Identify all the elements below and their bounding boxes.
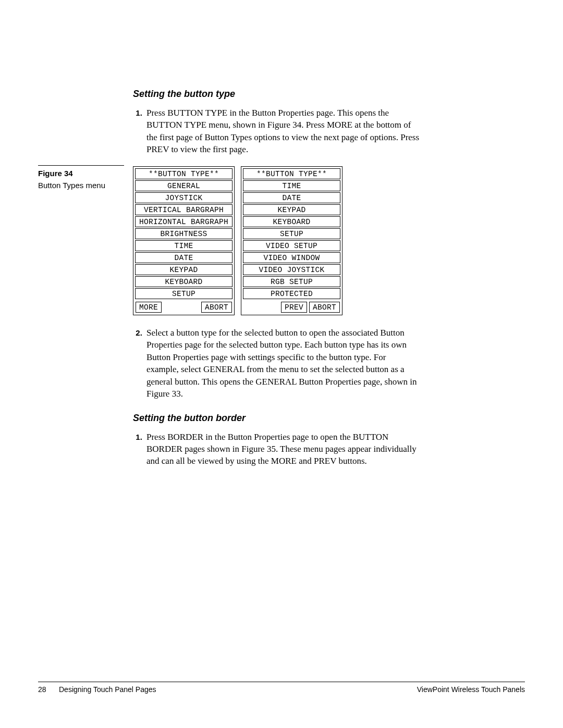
menu-item-keypad[interactable]: KEYPAD — [243, 204, 340, 215]
menu-header: **BUTTON TYPE** — [243, 168, 340, 179]
menu-item-keyboard[interactable]: KEYBOARD — [135, 276, 232, 287]
step-item: Press BORDER in the Button Properties pa… — [144, 431, 420, 467]
footer-section-title: Designing Touch Panel Pages — [59, 685, 417, 694]
figure-caption-block: Figure 34 Button Types menu — [38, 165, 124, 190]
menu-item-keypad[interactable]: KEYPAD — [135, 264, 232, 275]
menu-nav-row: PREV ABORT — [243, 300, 340, 313]
button-type-menu-page1: **BUTTON TYPE** GENERAL JOYSTICK VERTICA… — [133, 166, 235, 315]
steps-list-1: Press BUTTON TYPE in the Button Properti… — [133, 107, 420, 156]
menu-item-date[interactable]: DATE — [135, 252, 232, 263]
menu-item-time[interactable]: TIME — [243, 180, 340, 191]
menu-item-protected[interactable]: PROTECTED — [243, 288, 340, 299]
button-type-menus: **BUTTON TYPE** GENERAL JOYSTICK VERTICA… — [133, 166, 420, 315]
menu-item-brightness[interactable]: BRIGHTNESS — [135, 228, 232, 239]
figure-caption: Button Types menu — [38, 181, 124, 190]
menu-nav-row: MORE ABORT — [135, 300, 232, 313]
menu-item-keyboard[interactable]: KEYBOARD — [243, 216, 340, 227]
page-footer: 28 Designing Touch Panel Pages ViewPoint… — [38, 682, 525, 694]
page-number: 28 — [38, 685, 59, 694]
abort-button[interactable]: ABORT — [309, 302, 340, 313]
step-item: Select a button type for the selected bu… — [144, 327, 420, 400]
menu-item-setup[interactable]: SETUP — [243, 228, 340, 239]
main-content: Setting the button type Press BUTTON TYP… — [133, 89, 420, 478]
more-button[interactable]: MORE — [136, 302, 162, 313]
step-item: Press BUTTON TYPE in the Button Properti… — [144, 107, 420, 156]
menu-item-video-joystick[interactable]: VIDEO JOYSTICK — [243, 264, 340, 275]
menu-item-general[interactable]: GENERAL — [135, 180, 232, 191]
menu-item-date[interactable]: DATE — [243, 192, 340, 203]
button-type-menu-page2: **BUTTON TYPE** TIME DATE KEYPAD KEYBOAR… — [241, 166, 342, 315]
footer-doc-title: ViewPoint Wireless Touch Panels — [417, 685, 525, 694]
steps-list-1b: Select a button type for the selected bu… — [133, 327, 420, 400]
figure-label: Figure 34 — [38, 169, 124, 178]
steps-list-2: Press BORDER in the Button Properties pa… — [133, 431, 420, 467]
menu-item-vertical-bargraph[interactable]: VERTICAL BARGRAPH — [135, 204, 232, 215]
menu-item-time[interactable]: TIME — [135, 240, 232, 251]
section-heading-button-type: Setting the button type — [133, 89, 420, 100]
menu-item-horizontal-bargraph[interactable]: HORIZONTAL BARGRAPH — [135, 216, 232, 227]
menu-item-video-window[interactable]: VIDEO WINDOW — [243, 252, 340, 263]
page: Figure 34 Button Types menu Setting the … — [0, 0, 563, 728]
abort-button[interactable]: ABORT — [201, 302, 232, 313]
menu-item-video-setup[interactable]: VIDEO SETUP — [243, 240, 340, 251]
menu-item-rgb-setup[interactable]: RGB SETUP — [243, 276, 340, 287]
menu-item-joystick[interactable]: JOYSTICK — [135, 192, 232, 203]
menu-item-setup[interactable]: SETUP — [135, 288, 232, 299]
prev-button[interactable]: PREV — [281, 302, 307, 313]
section-heading-button-border: Setting the button border — [133, 413, 420, 424]
menu-header: **BUTTON TYPE** — [135, 168, 232, 179]
